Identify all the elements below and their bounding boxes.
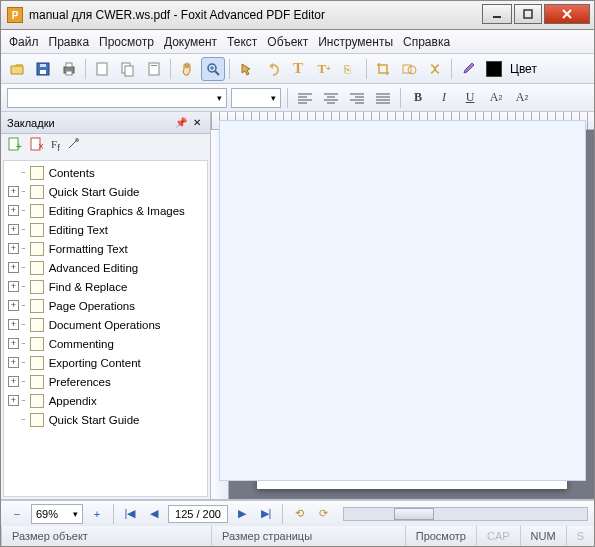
- menu-text[interactable]: Текст: [227, 35, 257, 49]
- save-button[interactable]: [31, 57, 55, 81]
- bookmark-item[interactable]: +···Formatting Text: [4, 239, 207, 258]
- undo-button[interactable]: [260, 57, 284, 81]
- menu-file[interactable]: Файл: [9, 35, 39, 49]
- crop-button[interactable]: [371, 57, 395, 81]
- text-button[interactable]: T: [286, 57, 310, 81]
- svg-text:⎘: ⎘: [344, 63, 351, 75]
- color-swatch-button[interactable]: [482, 57, 506, 81]
- hand-tool-button[interactable]: [175, 57, 199, 81]
- svg-rect-7: [64, 67, 74, 73]
- link-text-button[interactable]: ⎘: [338, 57, 362, 81]
- italic-button[interactable]: I: [433, 87, 455, 109]
- bookmark-tree[interactable]: ···Contents+···Quick Start Guide+···Edit…: [3, 160, 208, 497]
- bookmark-item[interactable]: +···Editing Graphics & Images: [4, 201, 207, 220]
- menu-edit[interactable]: Правка: [49, 35, 90, 49]
- nav-back-button[interactable]: ⟲: [289, 504, 309, 524]
- prev-page-button[interactable]: ◀: [144, 504, 164, 524]
- expand-icon[interactable]: +: [8, 376, 19, 387]
- underline-button[interactable]: U: [459, 87, 481, 109]
- bookmark-item[interactable]: +···Commenting: [4, 334, 207, 353]
- delete-bookmark-icon[interactable]: ×: [29, 136, 45, 156]
- align-left-button[interactable]: [294, 87, 316, 109]
- bookmark-item[interactable]: +···Exporting Content: [4, 353, 207, 372]
- expand-icon[interactable]: +: [8, 243, 19, 254]
- page-icon: [30, 223, 44, 237]
- status-cap: CAP: [476, 526, 520, 546]
- font-combo[interactable]: ▾: [7, 88, 227, 108]
- bookmark-item[interactable]: +···Advanced Editing: [4, 258, 207, 277]
- open-button[interactable]: [5, 57, 29, 81]
- shapes-button[interactable]: [397, 57, 421, 81]
- expand-icon[interactable]: +: [8, 319, 19, 330]
- paste-button[interactable]: [142, 57, 166, 81]
- new-doc-button[interactable]: [90, 57, 114, 81]
- zoom-out-button[interactable]: −: [7, 504, 27, 524]
- bookmark-item[interactable]: +···Editing Text: [4, 220, 207, 239]
- bookmark-label: Editing Graphics & Images: [49, 205, 185, 217]
- close-panel-icon[interactable]: ✕: [190, 116, 204, 130]
- bookmark-wand-icon[interactable]: [66, 137, 80, 155]
- first-page-button[interactable]: |◀: [120, 504, 140, 524]
- align-center-button[interactable]: [320, 87, 342, 109]
- expand-icon[interactable]: +: [8, 395, 19, 406]
- status-page-size: Размер страницы: [211, 526, 405, 546]
- expand-icon[interactable]: +: [8, 205, 19, 216]
- page-input[interactable]: [168, 505, 228, 523]
- expand-icon[interactable]: +: [8, 262, 19, 273]
- subscript-button[interactable]: A2: [511, 87, 533, 109]
- text-plus-button[interactable]: T+: [312, 57, 336, 81]
- menu-tools[interactable]: Инструменты: [318, 35, 393, 49]
- bookmark-font-icon[interactable]: Ff: [51, 138, 60, 153]
- expand-icon[interactable]: +: [8, 186, 19, 197]
- add-bookmark-icon[interactable]: +: [7, 136, 23, 156]
- pin-icon[interactable]: 📌: [174, 116, 188, 130]
- bookmark-label: Quick Start Guide: [49, 414, 140, 426]
- menu-help[interactable]: Справка: [403, 35, 450, 49]
- svg-rect-9: [66, 71, 72, 75]
- expand-icon[interactable]: +: [8, 281, 19, 292]
- pointer-tool-button[interactable]: [234, 57, 258, 81]
- last-page-button[interactable]: ▶|: [256, 504, 276, 524]
- close-button[interactable]: [544, 4, 590, 24]
- nav-scrollbar[interactable]: [343, 507, 588, 521]
- clip-button[interactable]: [423, 57, 447, 81]
- font-size-combo[interactable]: ▾: [231, 88, 281, 108]
- nav-fwd-button[interactable]: ⟳: [313, 504, 333, 524]
- print-button[interactable]: [57, 57, 81, 81]
- bookmark-item[interactable]: ···Contents: [4, 163, 207, 182]
- copy-button[interactable]: [116, 57, 140, 81]
- maximize-button[interactable]: [514, 4, 542, 24]
- bold-button[interactable]: B: [407, 87, 429, 109]
- bookmark-item[interactable]: +···Page Operations: [4, 296, 207, 315]
- expand-icon[interactable]: +: [8, 300, 19, 311]
- bookmark-label: Formatting Text: [49, 243, 128, 255]
- bookmark-item[interactable]: +···Appendix: [4, 391, 207, 410]
- expand-icon[interactable]: +: [8, 338, 19, 349]
- superscript-button[interactable]: A2: [485, 87, 507, 109]
- eyedrop-button[interactable]: [456, 57, 480, 81]
- zoom-tool-button[interactable]: [201, 57, 225, 81]
- menu-object[interactable]: Объект: [267, 35, 308, 49]
- bookmark-item[interactable]: +···Quick Start Guide: [4, 182, 207, 201]
- expand-icon[interactable]: +: [8, 224, 19, 235]
- bookmarks-panel: Закладки 📌 ✕ + × Ff ···Contents+···Quick…: [1, 112, 211, 499]
- title-bar: P manual для CWER.ws.pdf - Foxit Advance…: [0, 0, 595, 30]
- svg-line-42: [69, 140, 77, 148]
- bookmark-item[interactable]: +···Find & Replace: [4, 277, 207, 296]
- document-viewport[interactable]: Page Operations195 Inserting pages from …: [229, 130, 594, 499]
- svg-rect-38: [9, 138, 18, 150]
- svg-rect-10: [97, 63, 107, 75]
- menu-view[interactable]: Просмотр: [99, 35, 154, 49]
- bookmark-item[interactable]: +···Document Operations: [4, 315, 207, 334]
- menu-document[interactable]: Документ: [164, 35, 217, 49]
- align-right-button[interactable]: [346, 87, 368, 109]
- expand-icon[interactable]: +: [8, 357, 19, 368]
- bookmark-item[interactable]: +···Preferences: [4, 372, 207, 391]
- status-scrl: S: [566, 526, 594, 546]
- minimize-button[interactable]: [482, 4, 512, 24]
- next-page-button[interactable]: ▶: [232, 504, 252, 524]
- bookmark-item[interactable]: ···Quick Start Guide: [4, 410, 207, 429]
- zoom-combo[interactable]: 69%▾: [31, 504, 83, 524]
- align-justify-button[interactable]: [372, 87, 394, 109]
- zoom-in-button[interactable]: +: [87, 504, 107, 524]
